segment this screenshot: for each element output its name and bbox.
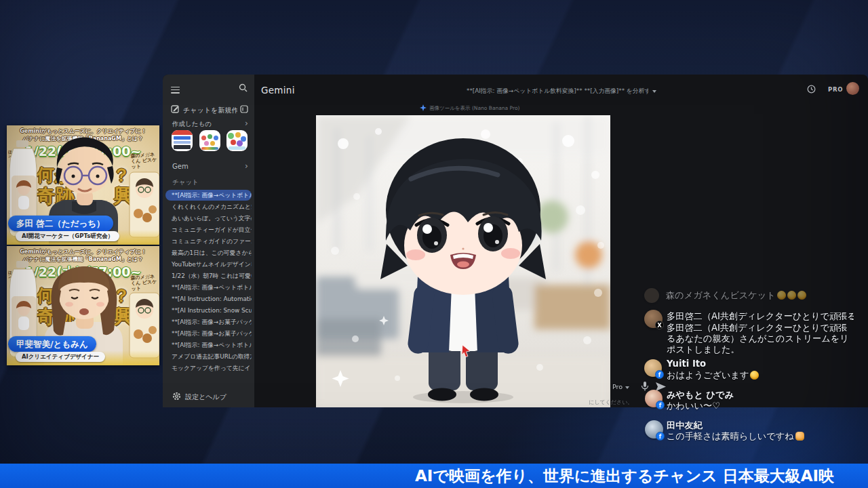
- red-cursor: [462, 345, 471, 357]
- chat-list-item[interactable]: 最高の1日は、この可愛さから。 [Ge...: [165, 247, 252, 258]
- avatar: [644, 288, 659, 303]
- facebook-badge: f: [656, 401, 665, 409]
- history-clock-icon[interactable]: [807, 85, 816, 94]
- chat-message: おはようございます: [667, 370, 856, 381]
- new-chat-button[interactable]: チャットを新規作成: [183, 106, 237, 115]
- presenter2-role-badge: AIクリエイティブデザイナー: [16, 352, 105, 362]
- chat-list-item[interactable]: **[AI指示: 画像→お菓子パッケージ変...: [165, 317, 252, 327]
- laughing-emoji-icon: [797, 291, 806, 300]
- account-avatar[interactable]: [846, 82, 859, 95]
- webcam-tile-2: Geminiがもっとスムーズに、クリエイティブに！ バナナに魔法を拡張機能「Ba…: [7, 246, 159, 365]
- webcam-tile-1: Geminiがもっとスムーズに、クリエイティブに！ バナナに魔法を拡張機能「Ba…: [7, 125, 159, 245]
- search-icon[interactable]: [239, 83, 248, 92]
- repost-title: 多田啓二（AI共創ディレクターひとりで頑張る...: [667, 311, 854, 322]
- chevron-down-icon[interactable]: [652, 90, 656, 93]
- list-fade: [163, 369, 254, 386]
- conversation-title[interactable]: **[AI指示: 画像→ペットボトル飲料変換]** **[入力画像]** を分析…: [467, 87, 648, 96]
- chat-list-item[interactable]: 1/22（水）朝7時 これは可愛い！！...: [165, 270, 252, 281]
- gem-icon-3[interactable]: [226, 130, 248, 151]
- repost-body: 多田啓二（AI共創ディレクターひとりで頑張るあなたの親友）さんがこのストリームを…: [667, 323, 855, 354]
- chevron-right-icon[interactable]: ›: [245, 163, 248, 169]
- presenter1-name-badge: 多田 啓二（ただっち）: [8, 216, 113, 231]
- chat-list-item[interactable]: コミュニティーガイドが目立つように...: [165, 224, 252, 235]
- presenter2-name-badge: 甲斐智美/ともみん: [8, 336, 96, 352]
- panel-icon[interactable]: [240, 105, 248, 113]
- menu-icon[interactable]: [171, 85, 180, 95]
- settings-help-button[interactable]: 設定とヘルプ: [185, 392, 226, 402]
- news-ticker: AIで映画を作り、世界に進出するチャンス 日本最大級AI映: [0, 464, 868, 488]
- x-platform-badge: X: [655, 321, 664, 329]
- chat-list-item[interactable]: YouTubeサムネイルデザイン案の画像: [165, 259, 252, 270]
- chat-user-name: 田中友紀: [667, 420, 703, 432]
- chat-list-item[interactable]: **[AI指示: 画像→ペットボトル飲料変...: [165, 190, 252, 201]
- chat-message: この手軽さは素晴らしいですね: [667, 431, 863, 442]
- chevron-down-icon: [625, 386, 629, 389]
- clap-emoji-icon: [795, 432, 804, 441]
- gemini-sidebar: チャットを新規作成 作成したもの ›: [163, 75, 254, 407]
- laughing-emoji-icon: [787, 291, 796, 300]
- gemini-logo: Gemini: [261, 85, 295, 96]
- chat-list-item[interactable]: くれくれくんのメカニズムと対比: [165, 201, 252, 212]
- pro-badge: PRO: [828, 86, 843, 93]
- created-section-label[interactable]: 作成したもの: [172, 120, 212, 129]
- chat-list-item[interactable]: **[AI指示: 画像→ペットボトル飲料変...: [165, 282, 252, 293]
- chat-user-name: みやもと ひでみ: [667, 389, 734, 401]
- chat-list-item[interactable]: アメブロ過去記事URLの取得方法: [165, 351, 252, 362]
- chat-list-item[interactable]: コミュニティガイドのファーストビュ...: [165, 236, 252, 247]
- facebook-badge: f: [655, 370, 664, 379]
- laughing-emoji-icon: [777, 291, 786, 300]
- input-text-fragment[interactable]: にしてください。: [589, 399, 633, 406]
- chat-message-faded: 森のメガネくんビスケット: [666, 290, 863, 301]
- chat-list-item[interactable]: **[AI指示: 画像→ペットボトル飲料変...: [165, 340, 252, 350]
- new-chat-icon: [171, 104, 180, 113]
- chats-section-label: チャット: [172, 178, 199, 187]
- spark-icon: [420, 104, 427, 111]
- gem-icon-1[interactable]: [172, 130, 193, 151]
- live-chat-overlay: 森のメガネくんビスケット X 多田啓二（AI共創ディレクターひとりで頑張る...…: [631, 281, 868, 458]
- chat-list-item[interactable]: **[AI Instruction: Snow Sculptor]** A...: [165, 305, 252, 316]
- tool-note: 画像ツールを表示 (Nano Banana Pro): [429, 105, 565, 112]
- facebook-badge: f: [656, 432, 665, 441]
- model-selector[interactable]: Pro: [612, 383, 629, 390]
- gem-section-label[interactable]: Gem: [172, 163, 189, 170]
- stream-stage: Geminiがもっとスムーズに、クリエイティブに！ バナナに魔法を拡張機能「Ba…: [0, 0, 868, 488]
- chat-list-item[interactable]: **[AI指示: 画像→お菓子パッケージ変...: [165, 328, 252, 339]
- ticker-text: AIで映画を作り、世界に進出するチャンス 日本最大級AI映: [415, 464, 834, 488]
- chat-list-item[interactable]: あいあいらぼ。っていう文字の装飾画...: [165, 213, 252, 224]
- generated-chibi-image[interactable]: [316, 115, 610, 407]
- gear-icon: [172, 392, 181, 401]
- chevron-right-icon[interactable]: ›: [245, 120, 248, 127]
- chat-list-item[interactable]: **[AI Instruction: Automatic Handwri...: [165, 293, 252, 304]
- chat-user-name: Yuiti Ito: [667, 359, 706, 369]
- smile-emoji-icon: [750, 371, 759, 380]
- chat-message: かわいい〜♡: [667, 401, 856, 411]
- gem-icon-2[interactable]: [199, 130, 220, 151]
- presenter1-role-badge: AI開花マーケター（GPTs研究会）: [16, 231, 119, 241]
